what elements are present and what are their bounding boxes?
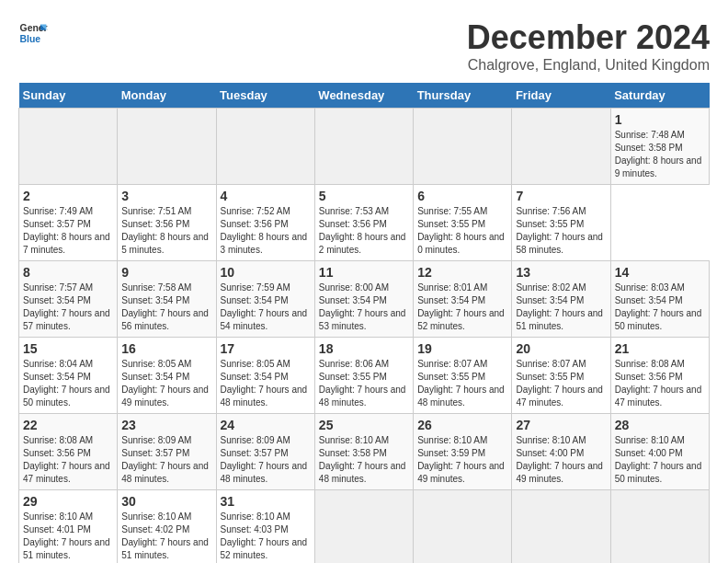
calendar-table: SundayMondayTuesdayWednesdayThursdayFrid… [18, 83, 710, 563]
day-info: Sunrise: 7:53 AMSunset: 3:56 PMDaylight:… [319, 205, 409, 257]
day-info: Sunrise: 7:49 AMSunset: 3:57 PMDaylight:… [23, 205, 113, 257]
day-info: Sunrise: 7:56 AMSunset: 3:55 PMDaylight:… [516, 205, 606, 257]
day-number: 21 [615, 341, 705, 356]
calendar-cell: 7Sunrise: 7:56 AMSunset: 3:55 PMDaylight… [512, 185, 610, 261]
day-number: 7 [516, 189, 606, 203]
day-info: Sunrise: 8:00 AMSunset: 3:54 PMDaylight:… [319, 282, 409, 333]
calendar-cell: 23Sunrise: 8:09 AMSunset: 3:57 PMDayligh… [118, 414, 216, 490]
day-info: Sunrise: 8:10 AMSunset: 4:03 PMDaylight:… [221, 511, 311, 562]
day-number: 6 [417, 189, 507, 203]
svg-text:Blue: Blue [20, 34, 41, 44]
day-number: 22 [23, 418, 113, 432]
calendar-cell: 10Sunrise: 7:59 AMSunset: 3:54 PMDayligh… [216, 261, 314, 338]
calendar-cell [610, 490, 709, 564]
day-number: 25 [319, 418, 409, 432]
calendar-cell: 20Sunrise: 8:07 AMSunset: 3:55 PMDayligh… [512, 338, 610, 414]
day-number: 4 [221, 189, 311, 203]
day-info: Sunrise: 7:51 AMSunset: 3:56 PMDaylight:… [121, 205, 211, 257]
day-info: Sunrise: 8:09 AMSunset: 3:57 PMDaylight:… [221, 434, 311, 486]
calendar-cell: 6Sunrise: 7:55 AMSunset: 3:55 PMDaylight… [414, 185, 512, 261]
logo: General Blue [18, 18, 48, 48]
day-number: 1 [615, 112, 705, 127]
day-info: Sunrise: 8:10 AMSunset: 4:01 PMDaylight:… [23, 511, 113, 562]
calendar-cell: 18Sunrise: 8:06 AMSunset: 3:55 PMDayligh… [314, 338, 413, 414]
calendar-cell: 31Sunrise: 8:10 AMSunset: 4:03 PMDayligh… [216, 490, 314, 564]
calendar-cell: 16Sunrise: 8:05 AMSunset: 3:54 PMDayligh… [118, 338, 216, 414]
day-number: 5 [319, 189, 409, 203]
header-row: SundayMondayTuesdayWednesdayThursdayFrid… [19, 83, 710, 109]
day-number: 23 [121, 418, 211, 432]
day-info: Sunrise: 8:01 AMSunset: 3:54 PMDaylight:… [417, 282, 507, 333]
day-info: Sunrise: 7:55 AMSunset: 3:55 PMDaylight:… [417, 205, 507, 257]
day-info: Sunrise: 8:07 AMSunset: 3:55 PMDaylight:… [516, 358, 606, 409]
calendar-cell [414, 490, 512, 564]
header-cell-sunday: Sunday [19, 83, 118, 109]
calendar-cell: 15Sunrise: 8:04 AMSunset: 3:54 PMDayligh… [19, 338, 118, 414]
day-number: 8 [23, 265, 113, 280]
calendar-row: 1Sunrise: 7:48 AMSunset: 3:58 PMDaylight… [19, 109, 710, 185]
calendar-cell: 27Sunrise: 8:10 AMSunset: 4:00 PMDayligh… [512, 414, 610, 490]
day-number: 9 [121, 265, 211, 280]
calendar-cell: 19Sunrise: 8:07 AMSunset: 3:55 PMDayligh… [414, 338, 512, 414]
day-number: 29 [23, 494, 113, 509]
day-number: 26 [417, 418, 507, 432]
day-info: Sunrise: 7:52 AMSunset: 3:56 PMDaylight:… [221, 205, 311, 257]
day-info: Sunrise: 8:10 AMSunset: 4:00 PMDaylight:… [615, 434, 705, 486]
calendar-cell: 28Sunrise: 8:10 AMSunset: 4:00 PMDayligh… [610, 414, 709, 490]
day-number: 12 [417, 265, 507, 280]
calendar-row: 8Sunrise: 7:57 AMSunset: 3:54 PMDaylight… [19, 261, 710, 338]
title-area: December 2024 Chalgrove, England, United… [467, 18, 710, 74]
day-number: 31 [221, 494, 311, 509]
day-number: 20 [516, 341, 606, 356]
calendar-cell [216, 109, 314, 185]
calendar-cell: 1Sunrise: 7:48 AMSunset: 3:58 PMDaylight… [610, 109, 709, 185]
calendar-cell [512, 109, 610, 185]
calendar-cell: 22Sunrise: 8:08 AMSunset: 3:56 PMDayligh… [19, 414, 118, 490]
header: General Blue December 2024 Chalgrove, En… [18, 18, 710, 74]
header-cell-monday: Monday [118, 83, 216, 109]
calendar-cell: 26Sunrise: 8:10 AMSunset: 3:59 PMDayligh… [414, 414, 512, 490]
day-info: Sunrise: 8:09 AMSunset: 3:57 PMDaylight:… [121, 434, 211, 486]
calendar-cell: 25Sunrise: 8:10 AMSunset: 3:58 PMDayligh… [314, 414, 413, 490]
day-number: 27 [516, 418, 606, 432]
day-info: Sunrise: 8:07 AMSunset: 3:55 PMDaylight:… [417, 358, 507, 409]
day-info: Sunrise: 7:48 AMSunset: 3:58 PMDaylight:… [615, 129, 705, 180]
day-number: 30 [121, 494, 211, 509]
day-info: Sunrise: 8:10 AMSunset: 4:02 PMDaylight:… [121, 511, 211, 562]
page-subtitle: Chalgrove, England, United Kingdom [467, 57, 710, 74]
calendar-row: 2Sunrise: 7:49 AMSunset: 3:57 PMDaylight… [19, 185, 710, 261]
calendar-row: 22Sunrise: 8:08 AMSunset: 3:56 PMDayligh… [19, 414, 710, 490]
day-info: Sunrise: 7:57 AMSunset: 3:54 PMDaylight:… [23, 282, 113, 333]
day-info: Sunrise: 8:10 AMSunset: 3:58 PMDaylight:… [319, 434, 409, 486]
day-info: Sunrise: 8:05 AMSunset: 3:54 PMDaylight:… [221, 358, 311, 409]
day-info: Sunrise: 8:06 AMSunset: 3:55 PMDaylight:… [319, 358, 409, 409]
calendar-header: SundayMondayTuesdayWednesdayThursdayFrid… [19, 83, 710, 109]
calendar-cell [314, 109, 413, 185]
logo-icon: General Blue [18, 18, 48, 48]
calendar-cell: 2Sunrise: 7:49 AMSunset: 3:57 PMDaylight… [19, 185, 118, 261]
calendar-cell [19, 109, 118, 185]
day-number: 28 [615, 418, 705, 432]
calendar-cell: 4Sunrise: 7:52 AMSunset: 3:56 PMDaylight… [216, 185, 314, 261]
day-info: Sunrise: 8:04 AMSunset: 3:54 PMDaylight:… [23, 358, 113, 409]
day-number: 10 [221, 265, 311, 280]
day-number: 13 [516, 265, 606, 280]
calendar-row: 15Sunrise: 8:04 AMSunset: 3:54 PMDayligh… [19, 338, 710, 414]
calendar-cell: 24Sunrise: 8:09 AMSunset: 3:57 PMDayligh… [216, 414, 314, 490]
day-number: 11 [319, 265, 409, 280]
calendar-cell: 3Sunrise: 7:51 AMSunset: 3:56 PMDaylight… [118, 185, 216, 261]
calendar-cell: 30Sunrise: 8:10 AMSunset: 4:02 PMDayligh… [118, 490, 216, 564]
calendar-cell: 13Sunrise: 8:02 AMSunset: 3:54 PMDayligh… [512, 261, 610, 338]
calendar-cell [414, 109, 512, 185]
day-number: 14 [615, 265, 705, 280]
day-number: 18 [319, 341, 409, 356]
day-number: 3 [121, 189, 211, 203]
calendar-cell: 14Sunrise: 8:03 AMSunset: 3:54 PMDayligh… [610, 261, 709, 338]
calendar-cell: 11Sunrise: 8:00 AMSunset: 3:54 PMDayligh… [314, 261, 413, 338]
day-info: Sunrise: 8:08 AMSunset: 3:56 PMDaylight:… [615, 358, 705, 409]
header-cell-wednesday: Wednesday [314, 83, 413, 109]
calendar-body: 1Sunrise: 7:48 AMSunset: 3:58 PMDaylight… [19, 109, 710, 564]
day-number: 17 [221, 341, 311, 356]
day-info: Sunrise: 8:02 AMSunset: 3:54 PMDaylight:… [516, 282, 606, 333]
day-info: Sunrise: 8:10 AMSunset: 3:59 PMDaylight:… [417, 434, 507, 486]
